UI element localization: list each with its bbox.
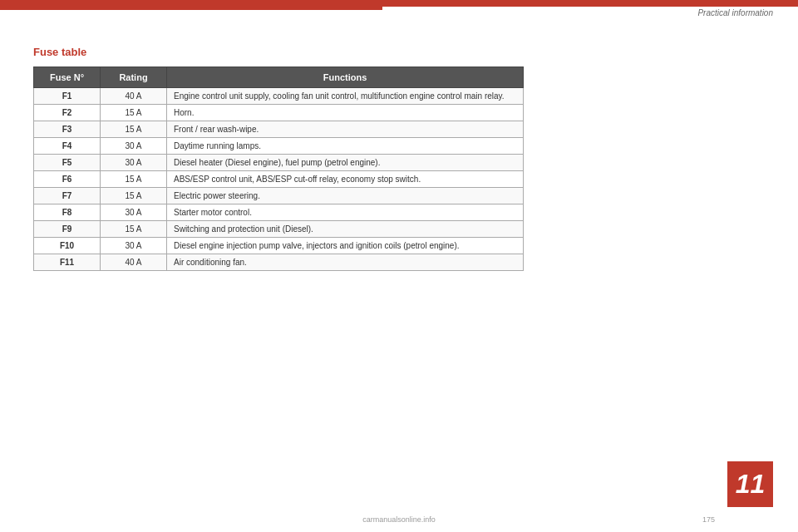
fuse-functions-cell: Diesel engine injection pump valve, inje… (167, 238, 524, 254)
col-header-fuse: Fuse N° (34, 67, 101, 88)
fuse-number-cell: F4 (34, 138, 101, 155)
table-row: F1140 AAir conditioning fan. (34, 254, 524, 271)
fuse-functions-cell: Engine control unit supply, cooling fan … (167, 88, 524, 105)
col-header-rating: Rating (101, 67, 167, 88)
page-header-text: Practical information (697, 8, 773, 17)
fuse-number-cell: F3 (34, 121, 101, 138)
fuse-functions-cell: Horn. (167, 105, 524, 121)
table-row: F215 AHorn. (34, 105, 524, 121)
fuse-number-cell: F7 (34, 188, 101, 204)
page-number: 11 (736, 469, 766, 500)
fuse-rating-cell: 15 A (101, 188, 167, 204)
table-row: F530 ADiesel heater (Diesel engine), fue… (34, 155, 524, 171)
fuse-functions-cell: Air conditioning fan. (167, 254, 524, 271)
fuse-rating-cell: 15 A (101, 121, 167, 138)
fuse-number-cell: F6 (34, 171, 101, 188)
bottom-url: carmanualsonline.info (362, 515, 436, 524)
table-row: F315 AFront / rear wash-wipe. (34, 121, 524, 138)
page-header: Practical information (697, 8, 773, 17)
col-header-functions: Functions (167, 67, 524, 88)
fuse-rating-cell: 30 A (101, 155, 167, 171)
fuse-functions-cell: Switching and protection unit (Diesel). (167, 221, 524, 238)
top-bar (0, 0, 798, 7)
fuse-rating-cell: 15 A (101, 105, 167, 121)
fuse-functions-cell: Diesel heater (Diesel engine), fuel pump… (167, 155, 524, 171)
table-row: F715 AElectric power steering. (34, 188, 524, 204)
red-accent-line (0, 7, 382, 10)
table-row: F830 AStarter motor control. (34, 204, 524, 221)
fuse-functions-cell: Daytime running lamps. (167, 138, 524, 155)
page-number-badge: 11 (727, 461, 773, 507)
fuse-number-cell: F9 (34, 221, 101, 238)
fuse-number-cell: F2 (34, 105, 101, 121)
fuse-number-cell: F11 (34, 254, 101, 271)
fuse-functions-cell: Starter motor control. (167, 204, 524, 221)
fuse-functions-cell: Front / rear wash-wipe. (167, 121, 524, 138)
fuse-rating-cell: 15 A (101, 221, 167, 238)
fuse-rating-cell: 15 A (101, 171, 167, 188)
fuse-number-cell: F5 (34, 155, 101, 171)
fuse-number-cell: F1 (34, 88, 101, 105)
fuse-functions-cell: Electric power steering. (167, 188, 524, 204)
fuse-rating-cell: 30 A (101, 138, 167, 155)
fuse-table: Fuse N° Rating Functions F140 AEngine co… (33, 66, 524, 271)
fuse-rating-cell: 40 A (101, 254, 167, 271)
fuse-rating-cell: 30 A (101, 204, 167, 221)
table-row: F915 ASwitching and protection unit (Die… (34, 221, 524, 238)
table-row: F1030 ADiesel engine injection pump valv… (34, 238, 524, 254)
fuse-number-cell: F8 (34, 204, 101, 221)
section-title: Fuse table (33, 46, 86, 58)
table-row: F140 AEngine control unit supply, coolin… (34, 88, 524, 105)
fuse-number-cell: F10 (34, 238, 101, 254)
fuse-rating-cell: 40 A (101, 88, 167, 105)
bottom-page-number: 175 (702, 515, 715, 524)
table-row: F430 ADaytime running lamps. (34, 138, 524, 155)
fuse-table-wrapper: Fuse N° Rating Functions F140 AEngine co… (33, 66, 524, 271)
fuse-functions-cell: ABS/ESP control unit, ABS/ESP cut-off re… (167, 171, 524, 188)
table-row: F615 AABS/ESP control unit, ABS/ESP cut-… (34, 171, 524, 188)
fuse-rating-cell: 30 A (101, 238, 167, 254)
